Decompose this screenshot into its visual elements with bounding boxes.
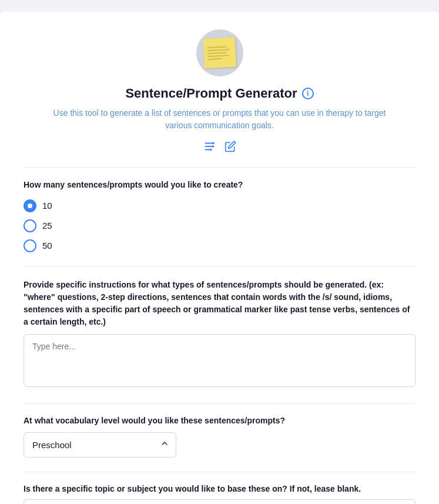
svg-point-3 bbox=[212, 142, 214, 145]
page-subtitle: Use this tool to generate a list of sent… bbox=[49, 107, 390, 132]
page-title: Sentence/Prompt Generator bbox=[125, 86, 297, 101]
radio-25-outer bbox=[24, 219, 36, 232]
sticky-line-4 bbox=[207, 55, 229, 57]
instructions-textarea[interactable] bbox=[24, 334, 415, 387]
radio-25-label: 25 bbox=[42, 221, 52, 231]
filter-icon[interactable] bbox=[203, 140, 216, 153]
sticky-line-5 bbox=[207, 58, 222, 60]
radio-10-inner bbox=[28, 203, 32, 208]
sticky-line-2 bbox=[207, 49, 229, 51]
radio-50-label: 50 bbox=[42, 241, 52, 251]
radio-item-50[interactable]: 50 bbox=[24, 239, 415, 252]
vocab-section: At what vocabulary level would you like … bbox=[24, 416, 415, 458]
instructions-section: Provide specific instructions for what t… bbox=[24, 279, 415, 389]
radio-10-label: 10 bbox=[42, 201, 52, 211]
radio-item-25[interactable]: 25 bbox=[24, 219, 415, 232]
radio-50-outer bbox=[24, 239, 36, 252]
divider-4 bbox=[24, 472, 415, 472]
svg-point-5 bbox=[210, 149, 212, 151]
pencil-icon[interactable] bbox=[224, 141, 236, 152]
quantity-label: How many sentences/prompts would you lik… bbox=[24, 179, 415, 191]
info-icon[interactable]: i bbox=[302, 88, 314, 99]
divider-2 bbox=[24, 266, 415, 267]
svg-point-4 bbox=[212, 145, 214, 148]
radio-10-outer bbox=[24, 199, 36, 212]
quantity-section: How many sentences/prompts would you lik… bbox=[24, 179, 415, 252]
sticky-line-1 bbox=[207, 46, 227, 48]
header-section: Sentence/Prompt Generator i Use this too… bbox=[24, 29, 415, 153]
topic-section: Is there a specific topic or subject you… bbox=[24, 484, 415, 504]
vocab-select[interactable]: Preschool Elementary Middle School High … bbox=[24, 432, 176, 458]
main-container: Sentence/Prompt Generator i Use this too… bbox=[0, 12, 439, 504]
radio-item-10[interactable]: 10 bbox=[24, 199, 415, 212]
topic-label: Is there a specific topic or subject you… bbox=[24, 484, 415, 493]
vocab-label: At what vocabulary level would you like … bbox=[24, 416, 415, 425]
instructions-label: Provide specific instructions for what t… bbox=[24, 279, 415, 328]
topic-input[interactable] bbox=[24, 499, 415, 504]
sticky-line-3 bbox=[207, 52, 226, 54]
divider-3 bbox=[24, 403, 415, 404]
vocab-select-wrapper: Preschool Elementary Middle School High … bbox=[24, 432, 176, 458]
title-row: Sentence/Prompt Generator i bbox=[125, 86, 313, 101]
divider-1 bbox=[24, 167, 415, 168]
radio-group: 10 25 50 bbox=[24, 199, 415, 252]
toolbar-icons bbox=[203, 140, 236, 153]
avatar bbox=[196, 29, 243, 76]
sticky-note-image bbox=[203, 38, 236, 69]
